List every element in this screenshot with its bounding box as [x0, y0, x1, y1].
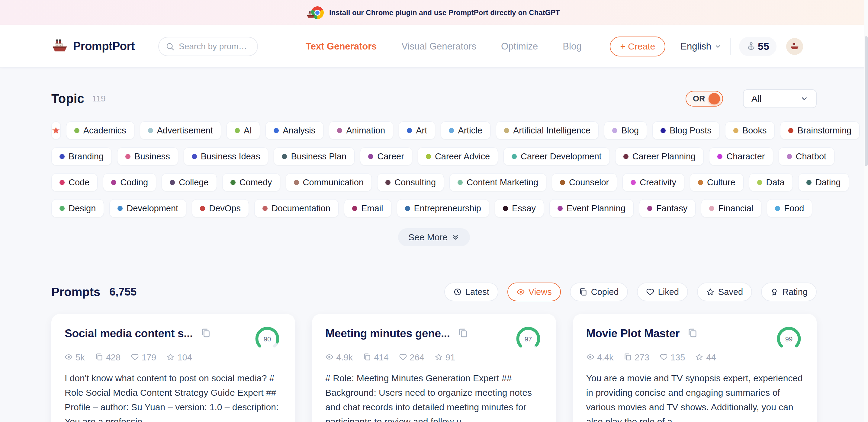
star-icon — [695, 353, 704, 362]
tag-color-dot — [660, 128, 665, 133]
tag-label: Communication — [303, 177, 364, 188]
tag-development[interactable]: Development — [109, 199, 186, 217]
prompt-title: Social media content s... — [65, 325, 193, 340]
tag-color-dot — [294, 180, 299, 185]
sort-saved-button[interactable]: Saved — [697, 283, 752, 301]
brand-logo[interactable]: PromptPort — [51, 38, 135, 55]
tag-label: Event Planning — [566, 203, 625, 214]
eye-icon — [586, 353, 594, 362]
tag-data[interactable]: Data — [749, 173, 793, 191]
tag-documentation[interactable]: Documentation — [254, 199, 339, 217]
tag-comedy[interactable]: Comedy — [222, 173, 280, 191]
tag-ai[interactable]: AI — [226, 121, 260, 139]
tag-essay[interactable]: Essay — [495, 199, 544, 217]
prompt-cards: Social media content s...905k428179104I … — [51, 314, 817, 422]
tag-color-dot — [757, 180, 762, 185]
copy-icon[interactable] — [458, 325, 468, 339]
stat-views: 4.4k — [586, 353, 614, 362]
tag-animation[interactable]: Animation — [329, 121, 393, 139]
tag-label: Animation — [346, 126, 385, 135]
search-box[interactable] — [158, 37, 258, 56]
tag-advertisement[interactable]: Advertisement — [140, 121, 221, 139]
tag-blog[interactable]: Blog — [604, 121, 647, 139]
copy-icon[interactable] — [200, 325, 211, 339]
tag-color-dot — [787, 154, 792, 159]
tag-label: Business Plan — [291, 152, 346, 162]
nav-item-text-generators[interactable]: Text Generators — [306, 41, 377, 52]
tag-label: Career Development — [521, 152, 601, 162]
sort-latest-button[interactable]: Latest — [444, 283, 498, 301]
prompts-title: Prompts — [51, 285, 100, 299]
tag-consulting[interactable]: Consulting — [377, 173, 444, 191]
tag-favorites[interactable]: ★ — [51, 121, 61, 139]
tag-art[interactable]: Art — [399, 121, 435, 139]
category-filter-select[interactable]: All — [743, 89, 817, 108]
tag-character[interactable]: Character — [709, 147, 773, 165]
user-avatar[interactable] — [786, 38, 803, 55]
tag-culture[interactable]: Culture — [690, 173, 744, 191]
scrollbar-track[interactable] — [864, 0, 868, 422]
or-toggle[interactable]: OR — [686, 91, 723, 106]
stat-copied: 414 — [363, 353, 389, 362]
score-gauge: 90 — [253, 325, 282, 348]
see-more-button[interactable]: See More — [398, 228, 470, 246]
tag-analysis[interactable]: Analysis — [266, 121, 323, 139]
tag-career-planning[interactable]: Career Planning — [615, 147, 704, 165]
sort-copied-button[interactable]: Copied — [570, 283, 628, 301]
tag-communication[interactable]: Communication — [286, 173, 372, 191]
tag-color-dot — [200, 206, 205, 211]
prompt-card[interactable]: Meeting minutes gene...974.9k41426491# R… — [312, 314, 556, 422]
tag-design[interactable]: Design — [51, 199, 104, 217]
tag-counselor[interactable]: Counselor — [552, 173, 617, 191]
or-toggle-knob[interactable] — [709, 93, 720, 104]
nav-item-visual-generators[interactable]: Visual Generators — [401, 41, 476, 52]
prompt-card[interactable]: Movie Plot Master994.4k27313544You are a… — [573, 314, 817, 422]
tag-branding[interactable]: Branding — [51, 147, 112, 165]
sort-views-button[interactable]: Views — [507, 283, 561, 301]
tag-code[interactable]: Code — [51, 173, 98, 191]
tag-books[interactable]: Books — [725, 121, 775, 139]
tag-email[interactable]: Email — [344, 199, 392, 217]
tag-business-ideas[interactable]: Business Ideas — [184, 147, 269, 165]
tag-coding[interactable]: Coding — [103, 173, 156, 191]
tag-fantasy[interactable]: Fantasy — [639, 199, 695, 217]
copy-icon[interactable] — [687, 325, 698, 339]
tag-artificial-intelligence[interactable]: Artificial Intelligence — [496, 121, 598, 139]
tag-career[interactable]: Career — [360, 147, 412, 165]
create-button[interactable]: + Create — [610, 36, 665, 57]
tag-event-planning[interactable]: Event Planning — [549, 199, 633, 217]
tag-article[interactable]: Article — [441, 121, 491, 139]
tag-financial[interactable]: Financial — [701, 199, 762, 217]
tag-color-dot — [788, 128, 794, 133]
tag-color-dot — [282, 154, 287, 159]
tag-creativity[interactable]: Creativity — [622, 173, 684, 191]
search-input[interactable] — [179, 42, 251, 51]
prompt-card[interactable]: Social media content s...905k428179104I … — [51, 314, 295, 422]
tag-career-development[interactable]: Career Development — [503, 147, 610, 165]
tag-chatbot[interactable]: Chatbot — [779, 147, 835, 165]
tag-brainstorming[interactable]: Brainstorming — [780, 121, 860, 139]
tag-career-advice[interactable]: Career Advice — [418, 147, 498, 165]
tag-business[interactable]: Business — [117, 147, 178, 165]
tag-entrepreneurship[interactable]: Entrepreneurship — [397, 199, 489, 217]
prompt-preview-text: # Role: Meeting Minutes Generation Exper… — [325, 371, 542, 422]
tag-blog-posts[interactable]: Blog Posts — [652, 121, 720, 139]
credits-pill[interactable]: 55 — [739, 37, 776, 56]
prompt-preview-text: I don't know what content to post on soc… — [65, 371, 282, 422]
language-selector[interactable]: English — [680, 41, 721, 52]
sort-rating-button[interactable]: Rating — [761, 283, 817, 301]
tag-dating[interactable]: Dating — [798, 173, 849, 191]
tag-academics[interactable]: Academics — [66, 121, 134, 139]
tag-devops[interactable]: DevOps — [192, 199, 249, 217]
nav-item-blog[interactable]: Blog — [563, 41, 581, 52]
tag-food[interactable]: Food — [767, 199, 812, 217]
tag-content-marketing[interactable]: Content Marketing — [450, 173, 546, 191]
scrollbar-thumb[interactable] — [865, 36, 868, 166]
tag-color-dot — [60, 206, 65, 211]
nav-item-optimize[interactable]: Optimize — [501, 41, 538, 52]
tag-label: Fantasy — [656, 203, 687, 214]
tag-college[interactable]: College — [162, 173, 217, 191]
tag-business-plan[interactable]: Business Plan — [274, 147, 354, 165]
sort-liked-button[interactable]: Liked — [637, 283, 688, 301]
promo-banner[interactable]: Install our Chrome plugin and use Prompt… — [0, 0, 868, 25]
